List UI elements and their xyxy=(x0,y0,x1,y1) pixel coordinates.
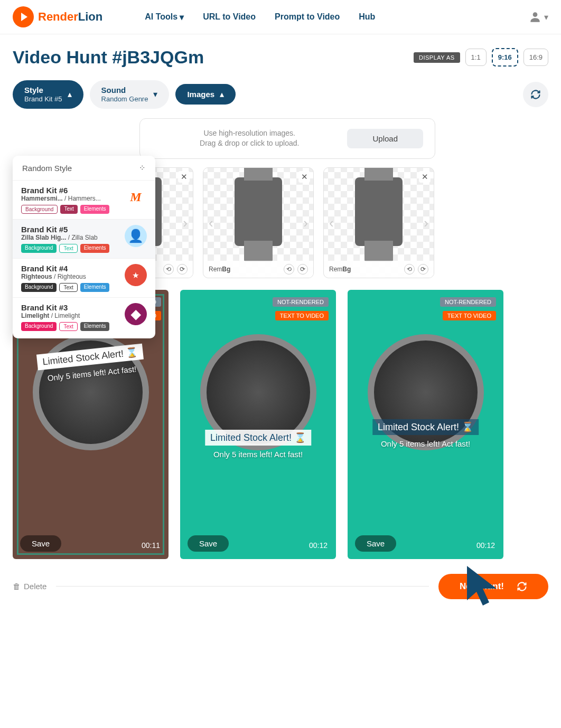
next-icon[interactable]: › xyxy=(180,214,191,231)
dropdown-header-label: Random Style xyxy=(22,164,72,173)
controls-row: Style Brand Kit #5 ▴ Sound Random Genre … xyxy=(13,80,548,109)
next-icon[interactable]: › xyxy=(420,214,432,231)
dropdown-item-brandkit4[interactable]: Brand Kit #4 Righteous / Righteous Backg… xyxy=(13,258,155,297)
tag-background: Background xyxy=(21,322,57,331)
refresh-icon[interactable]: ⟳ xyxy=(177,264,188,275)
overlay-sub: Only 5 items left! Act fast! xyxy=(356,439,496,448)
delete-button[interactable]: 🗑 Delete xyxy=(13,582,46,591)
rembg-label: RemBg xyxy=(329,266,351,273)
save-button[interactable]: Save xyxy=(188,535,229,552)
display-as-label: DISPLAY AS xyxy=(414,52,460,63)
rotate-icon[interactable]: ⟲ xyxy=(404,264,415,275)
title-row: Video Hunt #jB3JQGm DISPLAY AS 1:1 9:16 … xyxy=(13,47,548,68)
display-as: DISPLAY AS 1:1 9:16 16:9 xyxy=(414,48,548,67)
save-button[interactable]: Save xyxy=(20,535,61,552)
shuffle-icon: ⁘ xyxy=(139,163,146,173)
dropdown-random-style[interactable]: Random Style ⁘ xyxy=(13,156,155,180)
tag-elements: Elements xyxy=(80,322,110,331)
sound-pill[interactable]: Sound Random Genre ▾ xyxy=(90,80,170,109)
sound-value: Random Genre xyxy=(101,95,148,103)
dd-fonts: Limelight / Limelight xyxy=(21,312,119,319)
duration: 00:11 xyxy=(142,541,160,550)
style-label: Style xyxy=(24,86,62,95)
brandkit-thumb: ★ xyxy=(125,264,147,286)
logo-lion: Lion xyxy=(78,10,102,23)
prev-icon[interactable]: ‹ xyxy=(326,214,337,231)
sound-label: Sound xyxy=(101,86,148,95)
page-title: Video Hunt #jB3JQGm xyxy=(13,47,204,68)
overlay-title: Limited Stock Alert! ⌛ xyxy=(205,430,311,446)
dd-title: Brand Kit #6 xyxy=(21,186,119,195)
image-thumb[interactable]: ✕ ‹ › RemBg ⟲⟳ xyxy=(203,167,314,278)
dropdown-item-brandkit6[interactable]: Brand Kit #6 Hammersmi... / Hammers... B… xyxy=(13,180,155,219)
upload-line1: Use high-resolution images. xyxy=(152,128,347,139)
overlay-title: Limited Stock Alert! ⌛ xyxy=(372,419,479,435)
close-icon[interactable]: ✕ xyxy=(298,171,310,183)
badge-text-to-video: TEXT TO VIDEO xyxy=(443,311,496,320)
image-thumb[interactable]: ✕ ‹ › RemBg ⟲⟳ xyxy=(323,167,434,278)
ratio-16-9[interactable]: 16:9 xyxy=(523,49,548,66)
refresh-icon xyxy=(517,581,527,592)
nav-hub[interactable]: Hub xyxy=(359,12,375,22)
rotate-icon[interactable]: ⟲ xyxy=(163,264,174,275)
dd-title: Brand Kit #5 xyxy=(21,225,119,234)
logo-render: Render xyxy=(38,10,78,23)
prev-icon[interactable]: ‹ xyxy=(205,214,217,231)
images-pill[interactable]: Images ▴ xyxy=(175,84,236,105)
style-dropdown: Random Style ⁘ Brand Kit #6 Hammersmi...… xyxy=(13,156,155,338)
upload-line2: Drag & drop or click to upload. xyxy=(152,138,347,149)
nav-url-to-video[interactable]: URL to Video xyxy=(203,12,256,22)
close-icon[interactable]: ✕ xyxy=(419,171,431,183)
tag-text: Text xyxy=(59,322,77,331)
refresh-icon[interactable]: ⟳ xyxy=(297,264,308,275)
save-button[interactable]: Save xyxy=(355,535,396,552)
refresh-button[interactable] xyxy=(523,82,548,107)
rotate-icon[interactable]: ⟲ xyxy=(284,264,294,275)
logo-text: RenderLion xyxy=(38,10,102,24)
upload-button[interactable]: Upload xyxy=(347,129,423,148)
dropdown-item-brandkit3[interactable]: Brand Kit #3 Limelight / Limelight Backg… xyxy=(13,297,155,336)
ratio-9-16[interactable]: 9:16 xyxy=(492,48,518,67)
dropdown-item-brandkit5[interactable]: Brand Kit #5 Zilla Slab Hig... / Zilla S… xyxy=(13,219,155,258)
refresh-icon[interactable]: ⟳ xyxy=(418,264,428,275)
upload-box[interactable]: Use high-resolution images. Drag & drop … xyxy=(139,118,435,159)
result-card[interactable]: NOT-RENDERED TEXT TO VIDEO Limited Stock… xyxy=(180,290,336,559)
trash-icon: 🗑 xyxy=(13,582,21,591)
svg-point-0 xyxy=(533,12,538,17)
chevron-down-icon: ▾ xyxy=(544,12,548,22)
svg-marker-1 xyxy=(467,566,497,606)
result-card[interactable]: NOT-RENDERED TEXT TO VIDEO Limited Stock… xyxy=(348,290,503,559)
watch-image xyxy=(355,177,403,246)
chevron-down-icon: ▾ xyxy=(153,89,157,99)
close-icon[interactable]: ✕ xyxy=(178,171,190,183)
user-menu[interactable]: ▾ xyxy=(528,10,548,24)
badge-not-rendered: NOT-RENDERED xyxy=(440,297,496,307)
dd-fonts: Zilla Slab Hig... / Zilla Slab xyxy=(21,234,119,241)
chevron-up-icon: ▴ xyxy=(220,89,224,99)
brandkit-thumb: ◆ xyxy=(125,303,147,325)
style-pill[interactable]: Style Brand Kit #5 ▴ xyxy=(13,80,83,109)
dd-title: Brand Kit #3 xyxy=(21,303,119,312)
tag-text: Text xyxy=(60,205,77,214)
cursor-icon xyxy=(462,563,504,611)
divider xyxy=(56,586,429,587)
delete-label: Delete xyxy=(24,582,46,591)
images-label: Images xyxy=(187,90,214,99)
tag-text: Text xyxy=(59,244,77,253)
dd-title: Brand Kit #4 xyxy=(21,264,119,273)
rembg-label: RemBg xyxy=(209,266,230,273)
dd-fonts: Righteous / Righteous xyxy=(21,273,119,280)
tag-background: Background xyxy=(21,205,58,214)
logo-icon xyxy=(13,6,34,27)
nav-ai-tools[interactable]: AI Tools ▾ xyxy=(145,12,184,22)
footer-row: 🗑 Delete New Hunt! xyxy=(13,574,548,599)
logo[interactable]: RenderLion xyxy=(13,6,102,27)
dd-fonts: Hammersmi... / Hammers... xyxy=(21,195,119,202)
brandkit-thumb: M xyxy=(125,186,147,208)
next-icon[interactable]: › xyxy=(300,214,311,231)
main: Video Hunt #jB3JQGm DISPLAY AS 1:1 9:16 … xyxy=(0,34,561,612)
badge-text-to-video: TEXT TO VIDEO xyxy=(275,311,329,320)
nav-prompt-to-video[interactable]: Prompt to Video xyxy=(275,12,340,22)
ratio-1-1[interactable]: 1:1 xyxy=(465,49,487,66)
tag-elements: Elements xyxy=(80,244,110,253)
